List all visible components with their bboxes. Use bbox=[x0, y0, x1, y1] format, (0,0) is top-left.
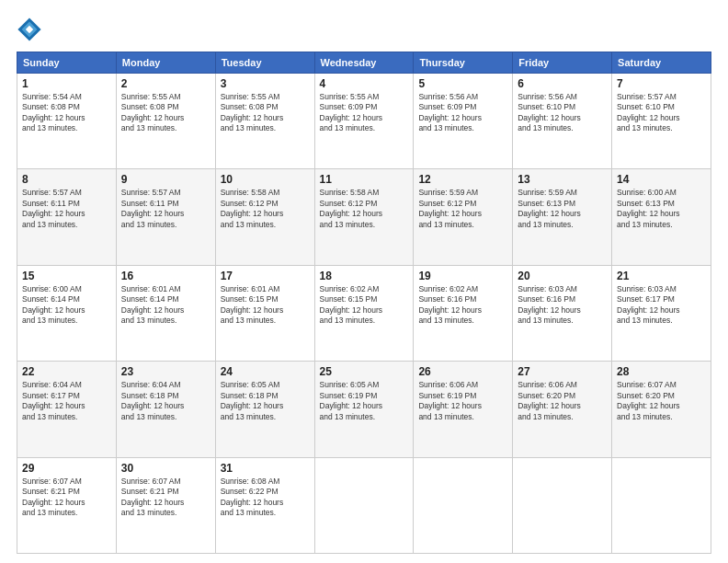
calendar-cell: 24Sunrise: 6:05 AM Sunset: 6:18 PM Dayli… bbox=[215, 362, 314, 457]
day-info: Sunrise: 6:04 AM Sunset: 6:17 PM Dayligh… bbox=[22, 380, 111, 422]
calendar-week-1: 1Sunrise: 5:54 AM Sunset: 6:08 PM Daylig… bbox=[17, 74, 711, 169]
day-number: 8 bbox=[22, 173, 111, 186]
day-number: 21 bbox=[617, 270, 706, 282]
day-info: Sunrise: 5:57 AM Sunset: 6:11 PM Dayligh… bbox=[22, 188, 111, 230]
day-number: 17 bbox=[221, 270, 310, 282]
day-info: Sunrise: 6:06 AM Sunset: 6:20 PM Dayligh… bbox=[518, 380, 607, 422]
calendar-cell: 1Sunrise: 5:54 AM Sunset: 6:08 PM Daylig… bbox=[17, 74, 117, 169]
day-number: 3 bbox=[221, 77, 310, 90]
weekday-sunday: Sunday bbox=[17, 52, 117, 74]
day-number: 18 bbox=[320, 270, 409, 282]
day-info: Sunrise: 5:55 AM Sunset: 6:08 PM Dayligh… bbox=[221, 92, 310, 134]
day-number: 23 bbox=[121, 365, 210, 378]
day-number: 31 bbox=[221, 462, 310, 475]
calendar-cell: 20Sunrise: 6:03 AM Sunset: 6:16 PM Dayli… bbox=[513, 265, 612, 361]
day-info: Sunrise: 6:01 AM Sunset: 6:15 PM Dayligh… bbox=[221, 284, 310, 327]
day-number: 15 bbox=[22, 270, 111, 282]
calendar-cell: 19Sunrise: 6:02 AM Sunset: 6:16 PM Dayli… bbox=[414, 265, 513, 361]
weekday-wednesday: Wednesday bbox=[314, 52, 414, 74]
day-number: 27 bbox=[518, 365, 607, 378]
day-info: Sunrise: 6:07 AM Sunset: 6:21 PM Dayligh… bbox=[121, 477, 210, 519]
day-info: Sunrise: 5:54 AM Sunset: 6:08 PM Dayligh… bbox=[22, 92, 111, 134]
calendar-cell: 16Sunrise: 6:01 AM Sunset: 6:14 PM Dayli… bbox=[116, 265, 215, 361]
calendar-cell: 25Sunrise: 6:05 AM Sunset: 6:19 PM Dayli… bbox=[314, 362, 414, 457]
calendar-cell: 10Sunrise: 5:58 AM Sunset: 6:12 PM Dayli… bbox=[215, 169, 314, 265]
weekday-tuesday: Tuesday bbox=[215, 52, 314, 74]
day-number: 7 bbox=[617, 77, 706, 90]
day-info: Sunrise: 6:07 AM Sunset: 6:20 PM Dayligh… bbox=[617, 380, 706, 422]
calendar-cell bbox=[513, 457, 612, 553]
day-number: 12 bbox=[418, 173, 507, 186]
calendar-cell: 17Sunrise: 6:01 AM Sunset: 6:15 PM Dayli… bbox=[215, 265, 314, 361]
day-info: Sunrise: 6:05 AM Sunset: 6:19 PM Dayligh… bbox=[320, 380, 409, 422]
calendar-cell: 23Sunrise: 6:04 AM Sunset: 6:18 PM Dayli… bbox=[116, 362, 215, 457]
day-info: Sunrise: 5:55 AM Sunset: 6:08 PM Dayligh… bbox=[121, 92, 210, 134]
calendar-cell: 8Sunrise: 5:57 AM Sunset: 6:11 PM Daylig… bbox=[17, 169, 117, 265]
weekday-friday: Friday bbox=[513, 52, 612, 74]
day-number: 29 bbox=[22, 462, 111, 475]
day-info: Sunrise: 6:06 AM Sunset: 6:19 PM Dayligh… bbox=[418, 380, 507, 422]
logo bbox=[17, 17, 46, 42]
day-info: Sunrise: 6:03 AM Sunset: 6:16 PM Dayligh… bbox=[518, 284, 607, 327]
day-number: 26 bbox=[418, 365, 507, 378]
header bbox=[17, 17, 711, 42]
day-info: Sunrise: 5:58 AM Sunset: 6:12 PM Dayligh… bbox=[221, 188, 310, 230]
calendar-cell bbox=[314, 457, 414, 553]
day-info: Sunrise: 6:07 AM Sunset: 6:21 PM Dayligh… bbox=[22, 477, 111, 519]
day-info: Sunrise: 5:59 AM Sunset: 6:12 PM Dayligh… bbox=[418, 188, 507, 230]
day-info: Sunrise: 5:56 AM Sunset: 6:10 PM Dayligh… bbox=[518, 92, 607, 134]
calendar-cell: 5Sunrise: 5:56 AM Sunset: 6:09 PM Daylig… bbox=[414, 74, 513, 169]
day-info: Sunrise: 6:05 AM Sunset: 6:18 PM Dayligh… bbox=[221, 380, 310, 422]
calendar-cell: 12Sunrise: 5:59 AM Sunset: 6:12 PM Dayli… bbox=[414, 169, 513, 265]
calendar-cell: 18Sunrise: 6:02 AM Sunset: 6:15 PM Dayli… bbox=[314, 265, 414, 361]
day-info: Sunrise: 6:00 AM Sunset: 6:14 PM Dayligh… bbox=[22, 284, 111, 327]
day-number: 16 bbox=[121, 270, 210, 282]
day-info: Sunrise: 5:57 AM Sunset: 6:10 PM Dayligh… bbox=[617, 92, 706, 134]
weekday-header-row: SundayMondayTuesdayWednesdayThursdayFrid… bbox=[17, 52, 711, 74]
calendar-cell: 31Sunrise: 6:08 AM Sunset: 6:22 PM Dayli… bbox=[215, 457, 314, 553]
day-number: 5 bbox=[418, 77, 507, 90]
calendar-cell: 29Sunrise: 6:07 AM Sunset: 6:21 PM Dayli… bbox=[17, 457, 117, 553]
day-info: Sunrise: 6:04 AM Sunset: 6:18 PM Dayligh… bbox=[121, 380, 210, 422]
calendar-cell: 2Sunrise: 5:55 AM Sunset: 6:08 PM Daylig… bbox=[116, 74, 215, 169]
day-number: 2 bbox=[121, 77, 210, 90]
calendar-cell: 21Sunrise: 6:03 AM Sunset: 6:17 PM Dayli… bbox=[612, 265, 711, 361]
calendar-body: 1Sunrise: 5:54 AM Sunset: 6:08 PM Daylig… bbox=[17, 74, 711, 554]
day-info: Sunrise: 6:02 AM Sunset: 6:15 PM Dayligh… bbox=[320, 284, 409, 327]
calendar-cell: 28Sunrise: 6:07 AM Sunset: 6:20 PM Dayli… bbox=[612, 362, 711, 457]
day-info: Sunrise: 5:55 AM Sunset: 6:09 PM Dayligh… bbox=[320, 92, 409, 134]
day-number: 10 bbox=[221, 173, 310, 186]
day-info: Sunrise: 6:08 AM Sunset: 6:22 PM Dayligh… bbox=[221, 477, 310, 519]
calendar-cell: 7Sunrise: 5:57 AM Sunset: 6:10 PM Daylig… bbox=[612, 74, 711, 169]
calendar-cell bbox=[612, 457, 711, 553]
day-info: Sunrise: 5:56 AM Sunset: 6:09 PM Dayligh… bbox=[418, 92, 507, 134]
day-number: 13 bbox=[518, 173, 607, 186]
calendar-cell bbox=[414, 457, 513, 553]
day-info: Sunrise: 5:59 AM Sunset: 6:13 PM Dayligh… bbox=[518, 188, 607, 230]
day-info: Sunrise: 5:57 AM Sunset: 6:11 PM Dayligh… bbox=[121, 188, 210, 230]
day-number: 24 bbox=[221, 365, 310, 378]
day-info: Sunrise: 6:00 AM Sunset: 6:13 PM Dayligh… bbox=[617, 188, 706, 230]
day-info: Sunrise: 6:02 AM Sunset: 6:16 PM Dayligh… bbox=[418, 284, 507, 327]
calendar-cell: 22Sunrise: 6:04 AM Sunset: 6:17 PM Dayli… bbox=[17, 362, 117, 457]
weekday-monday: Monday bbox=[116, 52, 215, 74]
calendar-cell: 9Sunrise: 5:57 AM Sunset: 6:11 PM Daylig… bbox=[116, 169, 215, 265]
calendar-cell: 26Sunrise: 6:06 AM Sunset: 6:19 PM Dayli… bbox=[414, 362, 513, 457]
day-number: 14 bbox=[617, 173, 706, 186]
calendar-cell: 27Sunrise: 6:06 AM Sunset: 6:20 PM Dayli… bbox=[513, 362, 612, 457]
day-number: 30 bbox=[121, 462, 210, 475]
calendar-week-2: 8Sunrise: 5:57 AM Sunset: 6:11 PM Daylig… bbox=[17, 169, 711, 265]
day-number: 28 bbox=[617, 365, 706, 378]
calendar-cell: 3Sunrise: 5:55 AM Sunset: 6:08 PM Daylig… bbox=[215, 74, 314, 169]
day-number: 9 bbox=[121, 173, 210, 186]
page: SundayMondayTuesdayWednesdayThursdayFrid… bbox=[0, 0, 728, 563]
calendar-week-4: 22Sunrise: 6:04 AM Sunset: 6:17 PM Dayli… bbox=[17, 362, 711, 457]
day-number: 20 bbox=[518, 270, 607, 282]
calendar-cell: 4Sunrise: 5:55 AM Sunset: 6:09 PM Daylig… bbox=[314, 74, 414, 169]
calendar-week-3: 15Sunrise: 6:00 AM Sunset: 6:14 PM Dayli… bbox=[17, 265, 711, 361]
calendar-cell: 13Sunrise: 5:59 AM Sunset: 6:13 PM Dayli… bbox=[513, 169, 612, 265]
day-number: 19 bbox=[418, 270, 507, 282]
calendar-cell: 6Sunrise: 5:56 AM Sunset: 6:10 PM Daylig… bbox=[513, 74, 612, 169]
day-number: 25 bbox=[320, 365, 409, 378]
calendar-week-5: 29Sunrise: 6:07 AM Sunset: 6:21 PM Dayli… bbox=[17, 457, 711, 553]
